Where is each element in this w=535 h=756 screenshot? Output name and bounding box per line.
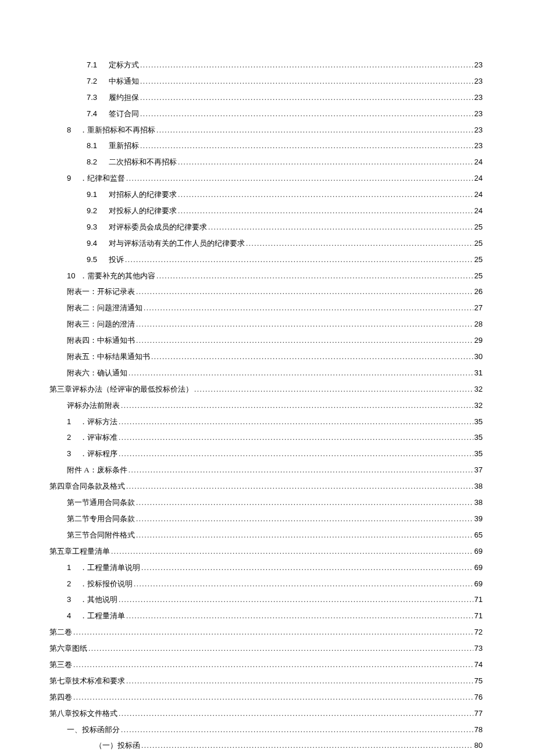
toc-entry-title: 第七章技术标准和要求 (49, 676, 125, 685)
toc-leader-dots (136, 512, 473, 525)
toc-page-number: 23 (475, 123, 483, 137)
toc-entry-title: ．需要补充的其他内容 (80, 271, 155, 280)
toc-entry-label: 7.2中标通知 (87, 74, 139, 88)
toc-entry-title: 第五章工程量清单 (49, 547, 110, 556)
toc-leader-dots (121, 399, 473, 412)
toc-leader-dots (156, 269, 473, 282)
toc-page-number: 25 (475, 220, 483, 234)
toc-section-number: 2 (67, 577, 80, 590)
toc-section-number: 3 (67, 593, 80, 606)
toc-page-number: 78 (475, 723, 483, 736)
toc-section-number: 7.3 (87, 91, 109, 104)
toc-entry-title: 附表二：问题澄清通知 (67, 303, 142, 312)
toc-section-number: 7.2 (87, 74, 109, 88)
toc-entry-title: 第三章评标办法（经评审的最低投标价法） (49, 385, 193, 393)
toc-entry-label: 附表一：开标记录表 (67, 285, 135, 298)
toc-page-number: 23 (475, 58, 483, 71)
toc-entry-label: 7.3履约担保 (87, 91, 139, 104)
toc-leader-dots (194, 382, 473, 396)
toc-entry-title: 中标通知 (109, 77, 139, 85)
toc-page-number: 32 (475, 382, 483, 396)
toc-leader-dots (126, 674, 473, 687)
toc-entry: 2．投标报价说明 69 (49, 577, 483, 590)
toc-entry-label: 10．需要补充的其他内容 (67, 269, 155, 282)
toc-entry-label: 9.2对投标人的纪律要求 (87, 204, 177, 217)
toc-leader-dots (111, 544, 473, 558)
toc-section-number: 7.1 (87, 58, 109, 71)
toc-entry: 第二卷72 (49, 625, 483, 639)
toc-section-number: 3 (67, 447, 80, 460)
toc-entry-label: 第六章图纸 (49, 642, 87, 655)
toc-leader-dots (88, 642, 473, 655)
toc-entry-title: 附表一：开标记录表 (67, 287, 135, 296)
toc-page-number: 35 (475, 431, 483, 444)
toc-entry: 第八章投标文件格式77 (49, 707, 483, 720)
toc-entry-label: 第一节通用合同条款 (67, 496, 135, 509)
toc-entry: 7.1定标方式23 (49, 58, 483, 71)
toc-entry: 3．其他说明71 (49, 593, 483, 606)
toc-entry: 4．工程量清单71 (49, 609, 483, 622)
toc-entry: 附表三：问题的澄清28 (49, 317, 483, 331)
toc-entry: 第一节通用合同条款38 (49, 496, 483, 509)
toc-entry-label: 8.1重新招标 (87, 139, 139, 152)
toc-entry-label: 第三节合同附件格式 (67, 528, 135, 542)
toc-entry-label: （一）投标函 (95, 739, 140, 752)
toc-page-number: 75 (475, 674, 483, 687)
toc-leader-dots (121, 723, 473, 736)
toc-page-number: 30 (475, 350, 483, 363)
toc-leader-dots (136, 528, 473, 542)
toc-entry: 第六章图纸73 (49, 642, 483, 655)
toc-section-number: 1 (67, 561, 80, 574)
toc-entry-label: 7.4签订合同 (87, 107, 139, 120)
toc-entry-title: 签订合同 (109, 109, 139, 118)
toc-entry-label: 第七章技术标准和要求 (49, 674, 125, 687)
toc-leader-dots (134, 577, 473, 590)
toc-entry: 9．纪律和监督 24 (49, 171, 483, 185)
toc-entry: 附表二：问题澄清通知27 (49, 301, 483, 314)
toc-page-number: 65 (475, 528, 483, 542)
toc-section-number: 8 (67, 123, 80, 137)
table-of-contents: 7.1定标方式237.2中标通知237.3履约担保237.4签订合同238．重新… (49, 58, 483, 756)
toc-entry-title: ．工程量清单 (80, 611, 125, 620)
toc-entry-label: 第五章工程量清单 (49, 544, 110, 558)
toc-page-number: 38 (475, 496, 483, 509)
toc-entry: 评标办法前附表32 (49, 399, 483, 412)
toc-entry-title: 附件 A：废标条件 (67, 465, 127, 474)
toc-entry-label: 第二卷 (49, 625, 72, 639)
toc-entry: 第四章合同条款及格式38 (49, 479, 483, 493)
toc-entry-label: 3．评标程序 (67, 447, 117, 460)
toc-entry-label: 7.1定标方式 (87, 58, 139, 71)
toc-entry: 第三节合同附件格式65 (49, 528, 483, 542)
toc-entry: 8.2二次招标和不再招标24 (49, 155, 483, 169)
toc-page-number: 24 (475, 155, 483, 169)
toc-leader-dots (156, 123, 473, 137)
toc-entry-title: 投诉 (109, 255, 124, 264)
toc-section-number: 4 (67, 609, 80, 622)
toc-leader-dots (129, 366, 473, 379)
toc-page-number: 69 (475, 544, 483, 558)
toc-leader-dots (140, 74, 473, 88)
toc-entry: 第三章评标办法（经评审的最低投标价法）32 (49, 382, 483, 396)
toc-entry-title: 第一节通用合同条款 (67, 498, 135, 507)
toc-entry: 第三卷74 (49, 658, 483, 671)
toc-section-number: 9.3 (87, 220, 109, 234)
toc-leader-dots (140, 139, 473, 152)
toc-entry-title: 附表五：中标结果通知书 (67, 352, 150, 361)
toc-page-number: 23 (475, 91, 483, 104)
toc-leader-dots (136, 317, 473, 331)
toc-page-number: 32 (475, 399, 483, 412)
toc-entry-label: 1．评标方法 (67, 415, 117, 428)
toc-entry: 3．评标程序35 (49, 447, 483, 460)
toc-entry: 7.2中标通知23 (49, 74, 483, 88)
toc-section-number: 8.2 (87, 155, 109, 169)
toc-leader-dots (119, 593, 473, 606)
toc-entry-label: 8．重新招标和不再招标 (67, 123, 155, 137)
toc-page-number: 77 (475, 707, 483, 720)
toc-leader-dots (246, 237, 473, 250)
toc-entry-title: 对与评标活动有关的工作人员的纪律要求 (109, 239, 245, 248)
toc-entry: 1．工程量清单说明 69 (49, 561, 483, 574)
toc-leader-dots (144, 301, 473, 314)
toc-entry-label: 9.1对招标人的纪律要求 (87, 188, 177, 201)
toc-leader-dots (73, 658, 473, 671)
toc-page-number: 71 (475, 593, 483, 606)
